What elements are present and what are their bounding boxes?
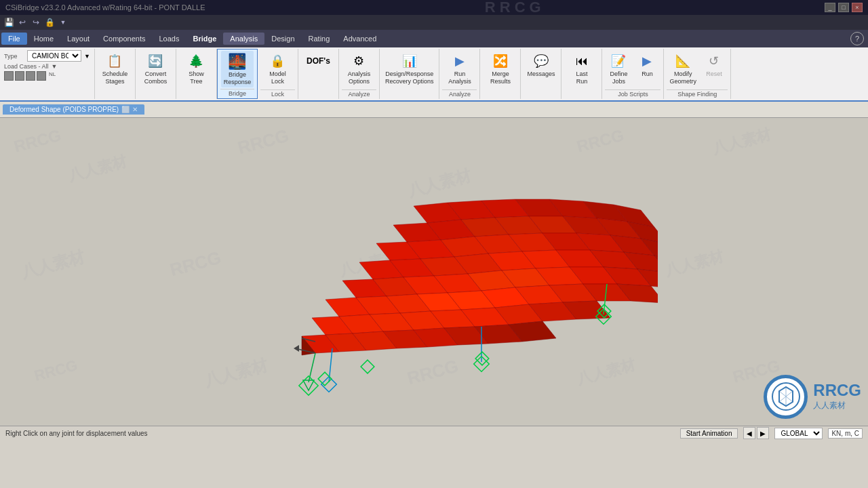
bridge-response-button[interactable]: 🌉 BridgeResponse	[221, 51, 254, 87]
watermark-7: 八人素材	[18, 245, 87, 283]
convert-combos-button[interactable]: 🔄 ConvertCombos	[142, 50, 170, 87]
schedule-stages-label: ScheduleStages	[102, 70, 128, 85]
menu-loads[interactable]: Loads	[152, 33, 186, 45]
run-analysis-button[interactable]: ▶ RunAnalysis	[446, 50, 474, 87]
merge-results-button[interactable]: 🔀 MergeResults	[487, 50, 514, 87]
ribbon-group-show-tree: 🌲 ShowTree	[176, 49, 217, 99]
display-icon-1[interactable]	[4, 71, 14, 81]
ribbon-group-last-run: ⏮ LastRun	[561, 49, 602, 99]
lock-button[interactable]: 🔒	[43, 16, 56, 28]
bridge-response-icon: 🌉	[228, 52, 247, 71]
bridge-response-label: BridgeResponse	[224, 71, 252, 86]
status-tip: Right Click on any joint for displacemen…	[5, 430, 675, 437]
display-icon-4[interactable]	[37, 71, 46, 81]
type-label: Type	[4, 53, 24, 60]
coord-system-selector[interactable]: GLOBAL LOCAL	[774, 428, 823, 439]
tab-close-icon[interactable]: ✕	[132, 106, 138, 113]
statusbar: Right Click on any joint for displacemen…	[0, 426, 868, 441]
model-lock-button[interactable]: 🔒 ModelLock	[264, 50, 291, 87]
modify-geometry-button[interactable]: 📐 ModifyGeometry	[667, 50, 699, 87]
minimize-button[interactable]: _	[825, 3, 835, 12]
modify-geometry-icon: 📐	[673, 52, 692, 70]
menu-advanced[interactable]: Advanced	[336, 33, 383, 45]
design-response-button[interactable]: 📊 Design/ResponseRecovery Options	[382, 50, 437, 87]
show-tree-icon: 🌲	[186, 52, 205, 70]
define-jobs-button[interactable]: 📝 DefineJobs	[605, 50, 632, 87]
start-animation-button[interactable]: Start Animation	[680, 428, 738, 439]
ribbon-group-dof: DOF's	[298, 49, 339, 99]
display-icon-2[interactable]	[15, 71, 24, 81]
shape-finding-label: Shape Finding	[667, 89, 728, 98]
animation-next-button[interactable]: ▶	[757, 427, 769, 439]
type-selector[interactable]: CAMION BC	[27, 50, 81, 62]
reset-button[interactable]: ↺ Reset	[701, 50, 728, 79]
viewport-tabbar: Deformed Shape (POIDS PROPRE) ⬜ ✕	[0, 102, 868, 118]
redo-button[interactable]: ↪	[30, 16, 42, 28]
show-tree-label: ShowTree	[189, 70, 204, 85]
run-analysis-label: RunAnalysis	[448, 70, 471, 85]
type-dropdown-icon[interactable]: ▼	[84, 53, 90, 60]
watermark-1: RRCG	[12, 125, 64, 156]
svg-rect-87	[361, 360, 374, 373]
ribbon-group-modify-geometry: 📐 ModifyGeometry ↺ Reset Shape Finding	[664, 49, 731, 99]
run-job-button[interactable]: ▶ Run	[633, 50, 660, 79]
animation-nav: ◀ ▶	[743, 427, 769, 439]
run-job-icon: ▶	[637, 52, 656, 70]
svg-rect-88	[475, 352, 489, 365]
rrcg-logo: RRCG 人人素材	[764, 375, 861, 419]
svg-line-74	[309, 353, 315, 382]
ribbon-group-merge-results: 🔀 MergeResults	[480, 49, 521, 99]
schedule-stages-button[interactable]: 📋 ScheduleStages	[100, 50, 131, 87]
help-icon[interactable]: ?	[850, 32, 864, 45]
menu-components[interactable]: Components	[96, 33, 152, 45]
app-title: CSiBridge v23.2.0 Advanced w/Rating 64-b…	[5, 3, 205, 12]
analyze-label: Analyze	[342, 89, 376, 98]
menu-home[interactable]: Home	[27, 33, 60, 45]
svg-rect-76	[299, 375, 318, 394]
rrcg-subtitle: 人人素材	[813, 400, 861, 411]
bridge-group-label: Bridge	[220, 89, 254, 97]
analysis-options-label: AnalysisOptions	[348, 70, 371, 85]
units-display: KN, m, C	[828, 428, 863, 439]
viewport[interactable]: RRCG 八人素材 RRCG 八人素材 RRCG 八人素材 八人素材 RRCG …	[0, 118, 868, 426]
close-button[interactable]: ×	[852, 3, 863, 12]
watermark-11: 八人素材	[663, 246, 726, 281]
convert-combos-label: ConvertCombos	[144, 70, 167, 85]
tab-expand-icon[interactable]: ⬜	[121, 106, 130, 113]
undo-button[interactable]: ↩	[16, 16, 28, 28]
menu-bridge[interactable]: Bridge	[186, 33, 223, 45]
last-run-label: LastRun	[576, 70, 587, 85]
last-run-button[interactable]: ⏮ LastRun	[568, 50, 595, 87]
dof-button[interactable]: DOF's	[304, 50, 332, 72]
merge-results-icon: 🔀	[491, 52, 510, 70]
ribbon-group-design-response: 📊 Design/ResponseRecovery Options	[380, 49, 440, 99]
type-load-section: Type CAMION BC ▼ Load Cases - All ▼ NL	[0, 49, 95, 99]
new-button[interactable]: 💾	[3, 16, 15, 28]
menu-analysis[interactable]: Analysis	[223, 33, 264, 45]
show-tree-button[interactable]: 🌲 ShowTree	[182, 50, 210, 87]
rrcg-circle-logo	[764, 375, 808, 419]
display-icon-3[interactable]	[26, 71, 35, 81]
menu-file[interactable]: File	[1, 33, 27, 45]
model-lock-label: ModelLock	[269, 70, 286, 85]
ribbon-group-define-jobs: 📝 DefineJobs ▶ Run Job Scripts	[602, 49, 664, 99]
menu-rating[interactable]: Rating	[302, 33, 337, 45]
load-cases-dropdown-icon[interactable]: ▼	[52, 63, 58, 70]
model-lock-icon: 🔒	[268, 52, 287, 70]
deformed-shape-tab[interactable]: Deformed Shape (POIDS PROPRE) ⬜ ✕	[3, 104, 144, 115]
design-response-icon: 📊	[400, 52, 419, 70]
ribbon-group-model-lock: 🔒 ModelLock Lock	[258, 49, 298, 99]
animation-prev-button[interactable]: ◀	[743, 427, 755, 439]
messages-icon: 💬	[532, 52, 551, 70]
maximize-button[interactable]: □	[838, 3, 849, 12]
last-run-icon: ⏮	[572, 52, 591, 70]
quick-access-toolbar: 💾 ↩ ↪ 🔒 ▼	[0, 15, 868, 30]
schedule-stages-icon: 📋	[105, 52, 124, 70]
menu-layout[interactable]: Layout	[60, 33, 96, 45]
menu-design[interactable]: Design	[264, 33, 301, 45]
ribbon-group-analysis-options: ⚙ AnalysisOptions Analyze	[339, 49, 380, 99]
watermark-12: RRCG	[33, 357, 79, 385]
messages-button[interactable]: 💬 Messages	[524, 50, 557, 79]
analysis-options-button[interactable]: ⚙ AnalysisOptions	[345, 50, 374, 87]
dropdown-arrow[interactable]: ▼	[57, 16, 69, 28]
